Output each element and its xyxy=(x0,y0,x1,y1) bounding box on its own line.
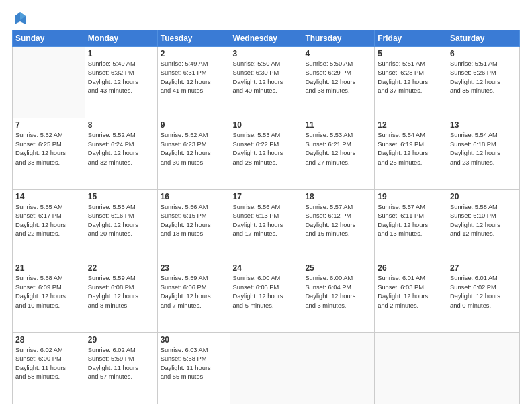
day-info: Sunrise: 6:01 AM Sunset: 6:02 PM Dayligh… xyxy=(450,274,517,310)
day-info: Sunrise: 5:54 AM Sunset: 6:18 PM Dayligh… xyxy=(450,131,517,167)
day-info: Sunrise: 5:53 AM Sunset: 6:21 PM Dayligh… xyxy=(305,131,371,167)
calendar-cell: 19Sunrise: 5:57 AM Sunset: 6:11 PM Dayli… xyxy=(375,189,447,261)
day-number: 3 xyxy=(233,49,300,58)
day-number: 25 xyxy=(305,263,371,273)
day-number: 21 xyxy=(15,263,82,273)
day-info: Sunrise: 5:51 AM Sunset: 6:26 PM Dayligh… xyxy=(450,60,517,96)
day-number: 6 xyxy=(450,49,517,58)
day-number: 20 xyxy=(450,192,517,201)
page: SundayMondayTuesdayWednesdayThursdayFrid… xyxy=(0,0,532,411)
weekday-header-tuesday: Tuesday xyxy=(157,30,230,47)
day-number: 29 xyxy=(88,335,154,345)
day-info: Sunrise: 6:03 AM Sunset: 5:58 PM Dayligh… xyxy=(161,346,227,382)
logo xyxy=(12,11,27,24)
day-info: Sunrise: 5:57 AM Sunset: 6:11 PM Dayligh… xyxy=(378,203,444,239)
weekday-header-sunday: Sunday xyxy=(13,30,85,47)
day-number: 5 xyxy=(378,49,444,58)
day-info: Sunrise: 5:49 AM Sunset: 6:31 PM Dayligh… xyxy=(161,60,227,96)
day-info: Sunrise: 5:54 AM Sunset: 6:19 PM Dayligh… xyxy=(378,131,444,167)
day-number: 24 xyxy=(233,263,300,273)
day-number: 13 xyxy=(450,120,517,130)
weekday-header-thursday: Thursday xyxy=(302,30,375,47)
header xyxy=(12,11,520,24)
calendar-cell: 5Sunrise: 5:51 AM Sunset: 6:28 PM Daylig… xyxy=(375,47,447,118)
calendar-cell: 6Sunrise: 5:51 AM Sunset: 6:26 PM Daylig… xyxy=(447,47,520,118)
logo-icon xyxy=(13,11,27,26)
calendar-cell: 24Sunrise: 6:00 AM Sunset: 6:05 PM Dayli… xyxy=(230,261,302,332)
day-info: Sunrise: 5:57 AM Sunset: 6:12 PM Dayligh… xyxy=(305,203,371,239)
calendar-cell: 3Sunrise: 5:50 AM Sunset: 6:30 PM Daylig… xyxy=(230,47,302,118)
weekday-header-wednesday: Wednesday xyxy=(230,30,302,47)
day-number: 8 xyxy=(88,120,154,130)
day-number: 11 xyxy=(305,120,371,130)
day-info: Sunrise: 6:00 AM Sunset: 6:04 PM Dayligh… xyxy=(305,274,371,310)
calendar-cell: 15Sunrise: 5:55 AM Sunset: 6:16 PM Dayli… xyxy=(85,189,157,261)
day-info: Sunrise: 5:49 AM Sunset: 6:32 PM Dayligh… xyxy=(88,60,154,96)
day-info: Sunrise: 6:02 AM Sunset: 5:59 PM Dayligh… xyxy=(88,346,154,382)
calendar-cell: 23Sunrise: 5:59 AM Sunset: 6:06 PM Dayli… xyxy=(157,261,230,332)
day-number: 12 xyxy=(378,120,444,130)
day-number: 7 xyxy=(15,120,82,130)
day-info: Sunrise: 5:59 AM Sunset: 6:06 PM Dayligh… xyxy=(161,274,227,310)
day-info: Sunrise: 5:55 AM Sunset: 6:17 PM Dayligh… xyxy=(15,203,82,239)
weekday-header-row: SundayMondayTuesdayWednesdayThursdayFrid… xyxy=(13,30,520,47)
calendar-cell xyxy=(447,332,520,404)
day-number: 2 xyxy=(161,49,227,58)
week-row-3: 14Sunrise: 5:55 AM Sunset: 6:17 PM Dayli… xyxy=(13,189,520,261)
calendar-cell: 4Sunrise: 5:50 AM Sunset: 6:29 PM Daylig… xyxy=(302,47,375,118)
calendar-cell: 7Sunrise: 5:52 AM Sunset: 6:25 PM Daylig… xyxy=(13,118,85,189)
day-info: Sunrise: 5:56 AM Sunset: 6:13 PM Dayligh… xyxy=(233,203,300,239)
calendar-cell: 29Sunrise: 6:02 AM Sunset: 5:59 PM Dayli… xyxy=(85,332,157,404)
day-number: 17 xyxy=(233,192,300,201)
day-info: Sunrise: 6:02 AM Sunset: 6:00 PM Dayligh… xyxy=(15,346,82,382)
calendar-cell: 8Sunrise: 5:52 AM Sunset: 6:24 PM Daylig… xyxy=(85,118,157,189)
day-info: Sunrise: 6:00 AM Sunset: 6:05 PM Dayligh… xyxy=(233,274,300,310)
day-number: 30 xyxy=(161,335,227,345)
calendar-cell: 16Sunrise: 5:56 AM Sunset: 6:15 PM Dayli… xyxy=(157,189,230,261)
calendar-cell: 21Sunrise: 5:58 AM Sunset: 6:09 PM Dayli… xyxy=(13,261,85,332)
day-info: Sunrise: 5:58 AM Sunset: 6:10 PM Dayligh… xyxy=(450,203,517,239)
calendar-cell: 10Sunrise: 5:53 AM Sunset: 6:22 PM Dayli… xyxy=(230,118,302,189)
day-info: Sunrise: 5:55 AM Sunset: 6:16 PM Dayligh… xyxy=(88,203,154,239)
day-number: 10 xyxy=(233,120,300,130)
calendar-cell: 28Sunrise: 6:02 AM Sunset: 6:00 PM Dayli… xyxy=(13,332,85,404)
day-info: Sunrise: 5:56 AM Sunset: 6:15 PM Dayligh… xyxy=(161,203,227,239)
calendar-cell: 27Sunrise: 6:01 AM Sunset: 6:02 PM Dayli… xyxy=(447,261,520,332)
calendar-cell: 17Sunrise: 5:56 AM Sunset: 6:13 PM Dayli… xyxy=(230,189,302,261)
calendar-cell: 25Sunrise: 6:00 AM Sunset: 6:04 PM Dayli… xyxy=(302,261,375,332)
day-number: 14 xyxy=(15,192,82,201)
day-info: Sunrise: 6:01 AM Sunset: 6:03 PM Dayligh… xyxy=(378,274,444,310)
calendar-cell: 30Sunrise: 6:03 AM Sunset: 5:58 PM Dayli… xyxy=(157,332,230,404)
day-number: 18 xyxy=(305,192,371,201)
weekday-header-monday: Monday xyxy=(85,30,157,47)
day-info: Sunrise: 5:52 AM Sunset: 6:24 PM Dayligh… xyxy=(88,131,154,167)
calendar-cell xyxy=(230,332,302,404)
calendar-cell: 22Sunrise: 5:59 AM Sunset: 6:08 PM Dayli… xyxy=(85,261,157,332)
calendar-cell: 1Sunrise: 5:49 AM Sunset: 6:32 PM Daylig… xyxy=(85,47,157,118)
week-row-1: 1Sunrise: 5:49 AM Sunset: 6:32 PM Daylig… xyxy=(13,47,520,118)
day-info: Sunrise: 5:52 AM Sunset: 6:23 PM Dayligh… xyxy=(161,131,227,167)
day-info: Sunrise: 5:50 AM Sunset: 6:29 PM Dayligh… xyxy=(305,60,371,96)
day-number: 26 xyxy=(378,263,444,273)
calendar-cell: 14Sunrise: 5:55 AM Sunset: 6:17 PM Dayli… xyxy=(13,189,85,261)
day-info: Sunrise: 5:58 AM Sunset: 6:09 PM Dayligh… xyxy=(15,274,82,310)
week-row-5: 28Sunrise: 6:02 AM Sunset: 6:00 PM Dayli… xyxy=(13,332,520,404)
calendar-cell: 26Sunrise: 6:01 AM Sunset: 6:03 PM Dayli… xyxy=(375,261,447,332)
day-number: 23 xyxy=(161,263,227,273)
calendar-cell: 13Sunrise: 5:54 AM Sunset: 6:18 PM Dayli… xyxy=(447,118,520,189)
calendar-table: SundayMondayTuesdayWednesdayThursdayFrid… xyxy=(12,30,520,404)
day-number: 15 xyxy=(88,192,154,201)
day-number: 4 xyxy=(305,49,371,58)
calendar-cell: 18Sunrise: 5:57 AM Sunset: 6:12 PM Dayli… xyxy=(302,189,375,261)
week-row-2: 7Sunrise: 5:52 AM Sunset: 6:25 PM Daylig… xyxy=(13,118,520,189)
calendar-cell xyxy=(13,47,85,118)
calendar-cell: 11Sunrise: 5:53 AM Sunset: 6:21 PM Dayli… xyxy=(302,118,375,189)
day-number: 27 xyxy=(450,263,517,273)
calendar-cell: 9Sunrise: 5:52 AM Sunset: 6:23 PM Daylig… xyxy=(157,118,230,189)
day-number: 9 xyxy=(161,120,227,130)
calendar-cell: 12Sunrise: 5:54 AM Sunset: 6:19 PM Dayli… xyxy=(375,118,447,189)
calendar-cell: 20Sunrise: 5:58 AM Sunset: 6:10 PM Dayli… xyxy=(447,189,520,261)
day-number: 22 xyxy=(88,263,154,273)
weekday-header-friday: Friday xyxy=(375,30,447,47)
day-number: 16 xyxy=(161,192,227,201)
